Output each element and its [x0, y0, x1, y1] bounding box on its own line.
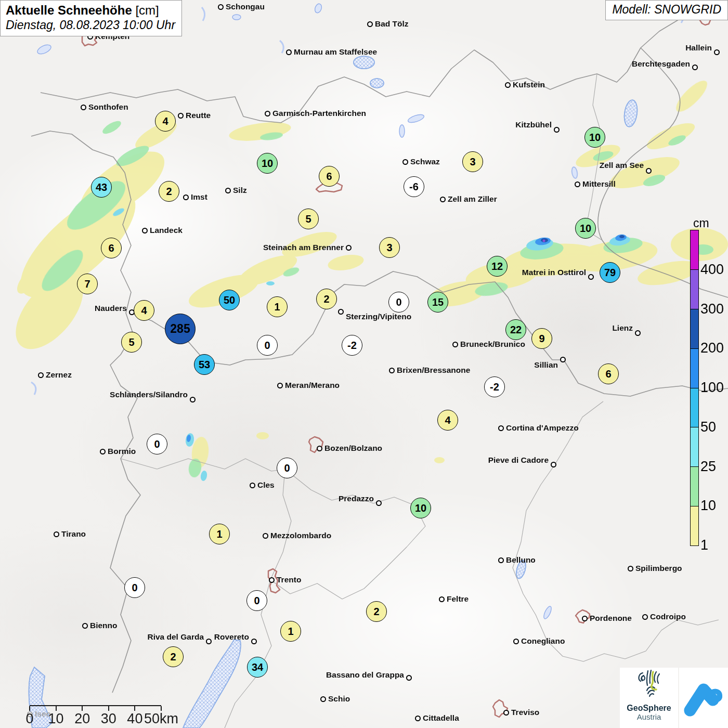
city-label: Cles — [257, 480, 275, 490]
city-label: Schongau — [226, 2, 265, 11]
station-value-marker: 15 — [427, 292, 448, 313]
city-label: Sillian — [534, 360, 558, 370]
city-label: Riva del Garda — [147, 632, 204, 642]
scale-bar: 01020304050km — [30, 705, 161, 727]
legend-segment — [691, 388, 698, 427]
station-value-marker: 34 — [247, 657, 268, 678]
city-label: Sonthofen — [88, 102, 128, 112]
geosphere-logo-icon — [632, 668, 666, 701]
city-label: Sterzing/Vipiteno — [346, 312, 411, 321]
scale-bar-tick — [82, 706, 83, 711]
city-label: Brixen/Bressanone — [397, 366, 470, 375]
city-marker — [338, 309, 344, 315]
city-label: Silz — [233, 186, 247, 195]
legend-tick-label: 10 — [700, 498, 716, 514]
city-marker — [440, 197, 446, 202]
station-value-marker: 50 — [219, 290, 240, 310]
city-label: Bassano del Grappa — [326, 670, 404, 680]
legend-segment — [691, 466, 698, 506]
city-label: Trento — [277, 575, 301, 584]
city-label: Spilimbergo — [635, 564, 682, 573]
station-value-marker: 10 — [584, 127, 605, 148]
scale-bar-tick — [134, 706, 135, 711]
legend-tick-label: 50 — [700, 419, 716, 435]
city-label: Zell am See — [600, 161, 644, 170]
city-marker — [505, 82, 511, 88]
city-label: Rovereto — [214, 632, 249, 642]
city-label: Bormio — [108, 447, 136, 456]
station-value-marker: 3 — [379, 237, 400, 258]
city-marker — [367, 21, 373, 27]
city-label: Mezzolombardo — [270, 531, 331, 540]
station-value-marker: 5 — [298, 209, 319, 229]
city-marker — [317, 446, 322, 451]
station-value-marker: 6 — [101, 238, 122, 258]
legend-segment — [691, 230, 698, 269]
station-value-marker: 4 — [155, 111, 176, 132]
station-value-marker: 2 — [163, 646, 184, 667]
scale-bar-label: 20 — [74, 711, 90, 727]
city-label: Murnau am Staffelsee — [294, 47, 377, 57]
city-marker — [646, 168, 652, 174]
city-label: Lienz — [612, 323, 633, 333]
station-value-marker: 10 — [575, 218, 596, 239]
scale-bar-tick — [56, 706, 57, 711]
city-marker — [503, 710, 509, 716]
scale-bar-label: 10 — [48, 711, 64, 727]
station-value-marker: 0 — [124, 577, 145, 598]
city-marker — [560, 357, 566, 362]
geosphere-logo: GeoSphere Austria — [620, 668, 678, 728]
model-label: Modell: SNOWGRID — [605, 0, 728, 20]
station-value-marker: 6 — [319, 166, 340, 187]
city-marker — [54, 531, 59, 537]
station-value-marker: 285 — [165, 314, 196, 344]
legend-unit-label: cm — [693, 216, 709, 230]
city-label: Kufstein — [513, 80, 545, 89]
city-label: Bienno — [90, 621, 118, 630]
city-label: Steinach am Brenner — [263, 243, 344, 252]
city-marker — [376, 500, 382, 506]
station-value-marker: 0 — [147, 434, 167, 454]
station-value-marker: 2 — [316, 289, 337, 309]
partner-mountain-logo — [679, 668, 728, 728]
city-label: Schlanders/Silandro — [110, 390, 188, 399]
city-marker — [628, 566, 633, 571]
legend-segment — [691, 269, 698, 309]
legend-segment — [691, 309, 698, 348]
page-title: Aktuelle Schneehöhe [cm] — [6, 3, 175, 18]
city-label: Imst — [191, 192, 207, 202]
city-label: Meran/Merano — [285, 381, 340, 390]
station-value-marker: 22 — [505, 319, 526, 340]
city-marker — [513, 639, 519, 644]
city-label: Bozen/Bolzano — [324, 444, 382, 453]
title-unit: [cm] — [135, 3, 159, 17]
city-label: Pordenone — [590, 614, 632, 623]
city-marker — [286, 49, 292, 55]
scale-bar-label: 40 — [127, 711, 142, 727]
city-marker — [225, 188, 231, 193]
city-marker — [389, 368, 395, 373]
legend-tick-label: 300 — [700, 301, 724, 317]
city-marker — [452, 342, 458, 347]
station-value-marker: 0 — [246, 590, 267, 611]
city-label: Hallein — [685, 43, 712, 53]
geosphere-logo-country: Austria — [620, 713, 678, 722]
city-marker — [406, 675, 412, 681]
legend-segment — [691, 348, 698, 388]
city-marker — [582, 616, 588, 621]
station-value-marker: 79 — [600, 262, 620, 283]
city-boundaries-layer — [82, 16, 710, 717]
station-value-marker: 1 — [280, 621, 301, 642]
scale-bar-tick — [108, 706, 109, 711]
scale-bar-tick — [161, 706, 162, 711]
title-box: Aktuelle Schneehöhe [cm] Dienstag, 08.08… — [0, 0, 182, 36]
scale-bar-line — [30, 705, 161, 706]
city-label: Landeck — [150, 226, 183, 235]
scale-bar-tick — [29, 706, 30, 711]
station-value-marker: 53 — [194, 354, 215, 375]
city-label: Codroipo — [650, 612, 686, 621]
city-marker — [178, 113, 184, 119]
city-label: Bruneck/Brunico — [460, 340, 525, 349]
city-label: Schwaz — [410, 157, 440, 166]
legend-tick-label: 200 — [700, 340, 724, 356]
